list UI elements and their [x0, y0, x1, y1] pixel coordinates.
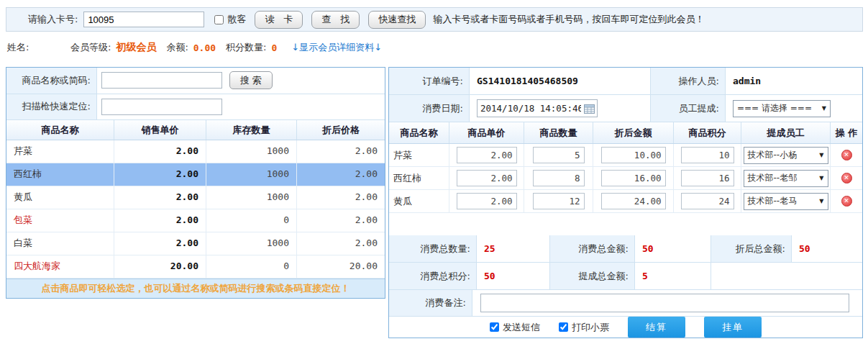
read-card-button[interactable]: 读 卡 — [255, 11, 303, 29]
member-level-value: 初级会员 — [116, 41, 156, 54]
print-receipt-group[interactable]: 打印小票 — [559, 321, 609, 334]
product-table-header: 商品名称销售单价库存数量折后价格 — [6, 120, 385, 140]
cart-table-header: 商品名称商品单价商品数量折后金额商品积分提成员工操 作 — [389, 122, 862, 144]
staff-select[interactable]: 技术部--老马 ▼ — [744, 193, 828, 210]
operator-value: admin — [726, 68, 862, 95]
scanner-input[interactable] — [101, 99, 222, 115]
commission-total-label: 提成总金额: — [550, 263, 635, 290]
delete-icon[interactable]: ✕ — [841, 173, 852, 184]
send-sms-checkbox[interactable] — [490, 322, 499, 332]
unit-price-input[interactable] — [457, 170, 517, 186]
send-sms-label: 发送短信 — [503, 321, 540, 334]
consume-date-input[interactable] — [478, 103, 584, 114]
card-hint-text: 输入卡号或者卡面号码或者手机号码，按回车即可定位到此会员！ — [433, 13, 704, 26]
product-stock: 0 — [206, 255, 297, 278]
total-qty-value: 25 — [477, 235, 550, 263]
staff-select[interactable]: 技术部--老邹 ▼ — [744, 170, 828, 187]
product-table-body: 芹菜 2.00 1000 2.00 西红柿 2.00 1000 2.00 黄瓜 … — [6, 140, 385, 279]
product-panel: 商品名称或简码: 搜 索 扫描枪快速定位: 商品名称销售单价库存数量折后价格 芹… — [6, 67, 385, 299]
remark-input[interactable] — [480, 294, 849, 312]
product-price: 2.00 — [114, 232, 206, 255]
product-panel-note: 点击商品即可轻松选定，也可以通过名称或简码进行搜索或条码直接定位！ — [6, 279, 385, 298]
card-number-input[interactable] — [83, 12, 204, 27]
operator-label: 操作人员: — [651, 68, 726, 95]
remark-label: 消费备注: — [389, 290, 472, 316]
calendar-icon[interactable] — [584, 104, 595, 114]
amount-input[interactable] — [601, 193, 666, 209]
quick-find-button[interactable]: 快速查找 — [368, 11, 426, 29]
column-header: 提成员工 — [741, 122, 831, 143]
product-stock: 0 — [206, 209, 297, 232]
member-detail-link[interactable]: ↓显示会员详细资料↓ — [291, 41, 382, 54]
quantity-input[interactable] — [533, 170, 585, 186]
quantity-input[interactable] — [533, 193, 585, 209]
settle-button[interactable]: 结算 — [628, 317, 685, 338]
order-number-value: GS1410181405468509 — [470, 68, 651, 95]
product-discounted-price: 2.00 — [297, 163, 385, 186]
search-button[interactable]: 搜 索 — [229, 71, 273, 89]
product-name: 西红柿 — [6, 163, 114, 186]
column-header: 销售单价 — [114, 120, 206, 140]
product-search-input[interactable] — [101, 72, 222, 89]
product-name: 包菜 — [6, 209, 114, 232]
member-info-bar: 姓名: 会员等级: 初级会员 余额: 0.00 积分数量: 0 ↓显示会员详细资… — [7, 37, 863, 58]
discount-total-label: 折后总金额: — [711, 235, 792, 263]
find-button[interactable]: 查 找 — [311, 11, 360, 29]
cart-item-name: 芹菜 — [389, 144, 449, 166]
column-header: 商品名称 — [389, 122, 449, 143]
product-stock: 1000 — [206, 163, 297, 186]
cart-row: 芹菜 技术部--小杨 ▼ ✕ — [389, 144, 862, 167]
cart-item-name: 黄瓜 — [389, 190, 449, 212]
product-search-label: 商品名称或简码: — [6, 68, 97, 94]
card-number-label: 请输入卡号: — [6, 13, 78, 26]
product-row[interactable]: 芹菜 2.00 1000 2.00 — [6, 140, 385, 163]
column-header: 库存数量 — [206, 120, 297, 140]
staff-select[interactable]: 技术部--小杨 ▼ — [744, 147, 828, 164]
product-row[interactable]: 包菜 2.00 0 2.00 — [6, 209, 385, 232]
points-value: 0 — [271, 42, 277, 53]
points-input[interactable] — [681, 193, 734, 209]
staff-selected: 技术部--小杨 — [748, 149, 798, 161]
staff-commission-select[interactable]: === 请选择 === ▼ — [733, 100, 831, 117]
quantity-input[interactable] — [533, 147, 585, 163]
staff-commission-cell: === 请选择 === ▼ — [726, 95, 862, 122]
member-level-label: 会员等级: — [70, 41, 111, 54]
product-name: 四大航海家 — [6, 255, 114, 278]
delete-icon[interactable]: ✕ — [841, 150, 852, 160]
points-input[interactable] — [681, 170, 734, 186]
product-row[interactable]: 白菜 2.00 1000 2.00 — [6, 232, 385, 255]
product-discounted-price: 2.00 — [297, 209, 385, 232]
amount-input[interactable] — [601, 147, 666, 163]
print-receipt-label: 打印小票 — [572, 321, 609, 334]
delete-icon[interactable]: ✕ — [841, 196, 852, 207]
chevron-down-icon: ▼ — [819, 175, 823, 181]
column-header: 商品数量 — [524, 122, 593, 143]
product-stock: 1000 — [206, 186, 297, 209]
hold-order-button[interactable]: 挂单 — [704, 317, 762, 338]
unit-price-input[interactable] — [457, 147, 517, 163]
product-stock: 1000 — [206, 232, 297, 255]
product-row[interactable]: 西红柿 2.00 1000 2.00 — [6, 163, 385, 186]
walkin-checkbox[interactable] — [214, 15, 224, 24]
staff-commission-selected: === 请选择 === — [737, 102, 812, 114]
balance-label: 余额: — [166, 41, 188, 54]
product-row[interactable]: 四大航海家 20.00 0 20.00 — [6, 255, 385, 279]
send-sms-group[interactable]: 发送短信 — [490, 321, 540, 334]
product-price: 2.00 — [114, 163, 206, 186]
unit-price-input[interactable] — [457, 193, 517, 209]
product-price: 2.00 — [114, 140, 206, 163]
points-input[interactable] — [681, 147, 734, 163]
print-receipt-checkbox[interactable] — [559, 322, 568, 332]
cart-row: 西红柿 技术部--老邹 ▼ ✕ — [389, 167, 862, 190]
chevron-down-icon: ▼ — [819, 152, 823, 158]
scanner-label: 扫描枪快速定位: — [6, 94, 97, 120]
walkin-label: 散客 — [227, 13, 246, 26]
walkin-checkbox-group[interactable]: 散客 — [214, 13, 246, 26]
product-discounted-price: 20.00 — [297, 255, 385, 278]
product-row[interactable]: 黄瓜 2.00 1000 2.00 — [6, 186, 385, 209]
cart-row: 黄瓜 技术部--老马 ▼ ✕ — [389, 190, 862, 213]
chevron-down-icon: ▼ — [822, 105, 826, 112]
order-panel: 订单编号: GS1410181405468509 操作人员: admin 消费日… — [388, 67, 863, 338]
amount-input[interactable] — [601, 170, 666, 186]
commission-total-value: 5 — [635, 263, 711, 290]
